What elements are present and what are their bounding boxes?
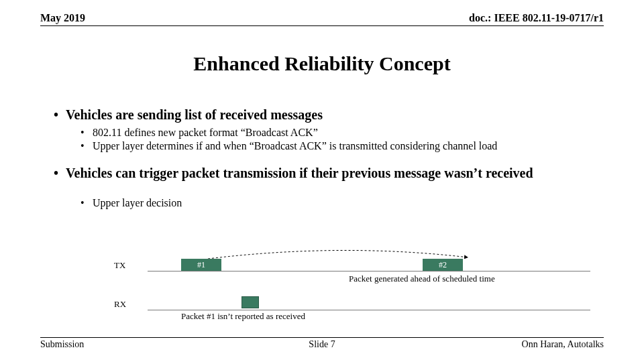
bullet-2: •Vehicles can trigger packet transmissio… [54, 166, 617, 181]
tx-packet-1: #1 [181, 259, 221, 271]
rx-row: RX Packet #1 isn’t reported as received [114, 292, 590, 316]
tx-label: TX [114, 260, 125, 271]
slide-header: May 2019 doc.: IEEE 802.11-19-0717/r1 [40, 12, 604, 26]
tx-caption: Packet generated ahead of scheduled time [349, 274, 495, 284]
tx-row: TX #1 #2 Packet generated ahead of sched… [114, 253, 590, 278]
bullet-2-sub-1: •Upper layer decision [80, 197, 617, 209]
tx-packet-2: #2 [423, 259, 463, 271]
tx-timeline [148, 271, 590, 272]
bullet-1-sub-1: •802.11 defines new packet format “Broad… [80, 127, 617, 139]
slide-title: Enhanced Reliability Concept [0, 52, 644, 75]
timing-diagram: TX #1 #2 Packet generated ahead of sched… [114, 253, 590, 316]
header-doc-id: doc.: IEEE 802.11-19-0717/r1 [469, 12, 604, 24]
header-date: May 2019 [40, 12, 85, 24]
bullet-1: •Vehicles are sending list of received m… [54, 107, 617, 123]
bullet-2-sub-1-text: Upper layer decision [93, 197, 182, 208]
bullet-2-text: Vehicles can trigger packet transmission… [66, 166, 533, 180]
rx-caption: Packet #1 isn’t reported as received [181, 311, 305, 322]
slide-body: •Vehicles are sending list of received m… [54, 107, 617, 210]
rx-label: RX [114, 299, 126, 310]
bullet-1-sub-2: •Upper layer determines if and when “Bro… [80, 140, 617, 152]
bullet-1-text: Vehicles are sending list of received me… [66, 107, 323, 122]
bullet-1-sub-2-text: Upper layer determines if and when “Broa… [93, 140, 497, 152]
rx-timeline [148, 310, 590, 310]
slide-footer: Submission Slide 7 Onn Haran, Autotalks [40, 337, 604, 350]
footer-center: Slide 7 [40, 339, 604, 350]
rx-ack-packet [241, 296, 259, 308]
bullet-1-sub-1-text: 802.11 defines new packet format “Broadc… [93, 127, 318, 138]
